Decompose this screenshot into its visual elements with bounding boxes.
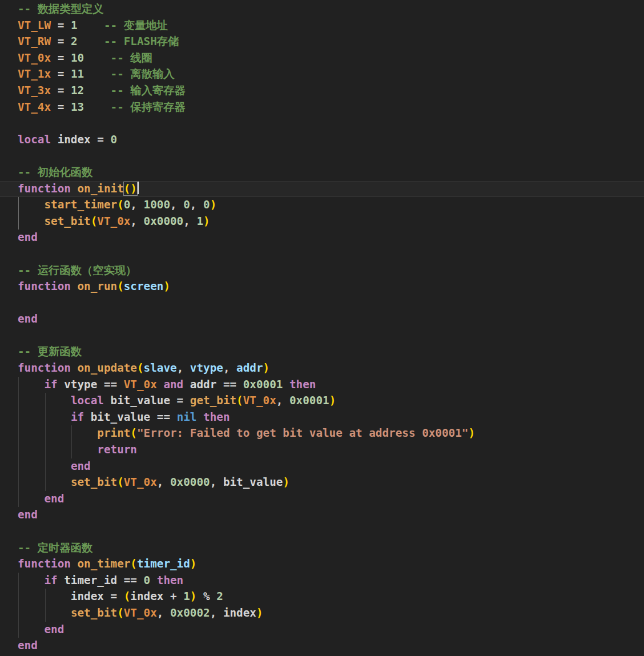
code-line[interactable]: end bbox=[0, 622, 644, 638]
code-token: on_timer bbox=[77, 557, 130, 570]
code-token: 11 bbox=[71, 67, 84, 81]
code-line[interactable] bbox=[0, 246, 644, 263]
code-token: local bbox=[18, 133, 51, 146]
code-token: , bbox=[130, 198, 143, 211]
code-token: ( bbox=[117, 606, 124, 619]
code-token: ) bbox=[163, 280, 170, 293]
code-line[interactable]: local bit_value = get_bit(VT_0x, 0x0001) bbox=[0, 393, 644, 409]
code-token: 0 bbox=[124, 198, 131, 211]
code-line[interactable]: function on_timer(timer_id) bbox=[0, 556, 644, 573]
code-token: , bbox=[177, 361, 190, 375]
code-line[interactable]: return bbox=[0, 442, 644, 458]
code-line[interactable]: VT_4x = 13 -- 保持寄存器 bbox=[0, 99, 644, 116]
code-token: VT_0x bbox=[97, 215, 130, 228]
code-token: ) bbox=[468, 426, 475, 440]
code-line-current[interactable]: function on_init() bbox=[0, 181, 644, 198]
code-line[interactable]: end bbox=[0, 491, 644, 508]
code-line[interactable]: if bit_value == nil then bbox=[0, 409, 644, 426]
code-token: -- 保持寄存器 bbox=[111, 100, 186, 114]
code-token: -- 输入寄存器 bbox=[111, 84, 186, 97]
code-line[interactable]: -- 初始化函数 bbox=[0, 164, 644, 181]
indent-guide bbox=[71, 442, 72, 458]
code-line[interactable]: end bbox=[0, 230, 644, 246]
code-token bbox=[18, 378, 44, 391]
code-line[interactable]: VT_1x = 11 -- 离散输入 bbox=[0, 66, 644, 83]
code-token: get_bit bbox=[190, 394, 236, 407]
bracket-match-highlight: () bbox=[124, 182, 137, 195]
code-line[interactable]: function on_run(screen) bbox=[0, 279, 644, 295]
code-token: VT_LW bbox=[18, 19, 51, 32]
code-token: ) bbox=[263, 361, 270, 375]
code-line[interactable] bbox=[0, 115, 644, 132]
code-token bbox=[18, 426, 97, 440]
code-line[interactable]: VT_3x = 12 -- 输入寄存器 bbox=[0, 83, 644, 99]
code-token bbox=[18, 492, 44, 505]
code-token: ) bbox=[190, 590, 197, 603]
code-token bbox=[18, 623, 44, 636]
code-token bbox=[18, 410, 71, 424]
code-token: bit_value == bbox=[84, 410, 177, 424]
code-token: ) bbox=[203, 215, 210, 228]
code-line[interactable]: index = (index + 1) % 2 bbox=[0, 589, 644, 605]
code-token bbox=[84, 100, 110, 114]
code-token: if bbox=[71, 410, 84, 424]
code-token: -- 初始化函数 bbox=[18, 166, 92, 179]
code-token: ( bbox=[117, 476, 124, 489]
code-line[interactable]: VT_LW = 1 -- 变量地址 bbox=[0, 18, 644, 34]
code-line[interactable]: local index = 0 bbox=[0, 132, 644, 148]
code-line[interactable]: if timer_id == 0 then bbox=[0, 573, 644, 589]
code-line[interactable]: VT_RW = 2 -- FLASH存储 bbox=[0, 34, 644, 50]
code-token: ( bbox=[137, 361, 144, 375]
code-line[interactable]: -- 更新函数 bbox=[0, 344, 644, 360]
indent-guide bbox=[45, 393, 46, 409]
code-token bbox=[18, 574, 44, 587]
code-token: timer_id bbox=[137, 557, 190, 570]
code-token: 1 bbox=[71, 19, 78, 32]
code-token: index = bbox=[18, 590, 124, 603]
code-line[interactable]: print("Error: Failed to get bit value at… bbox=[0, 425, 644, 442]
code-line[interactable]: function on_update(slave, vtype, addr) bbox=[0, 360, 644, 377]
code-line[interactable]: VT_0x = 10 -- 线圈 bbox=[0, 50, 644, 67]
code-token bbox=[71, 361, 78, 375]
code-line[interactable]: end bbox=[0, 638, 644, 654]
code-token: 0x0000 bbox=[170, 476, 210, 489]
code-token: VT_RW bbox=[18, 35, 51, 48]
code-token: then bbox=[157, 574, 183, 587]
code-line[interactable] bbox=[0, 328, 644, 344]
indent-guide bbox=[45, 474, 46, 491]
code-editor[interactable]: -- 数据类型定义VT_LW = 1 -- 变量地址VT_RW = 2 -- F… bbox=[0, 0, 644, 656]
code-token: = bbox=[51, 67, 71, 81]
code-line[interactable]: -- 数据类型定义 bbox=[0, 1, 644, 18]
code-line[interactable]: -- 运行函数（空实现） bbox=[0, 263, 644, 279]
code-token bbox=[71, 182, 78, 195]
code-token: 1 bbox=[196, 215, 203, 228]
code-token: ) bbox=[256, 606, 263, 619]
code-token: local bbox=[71, 394, 104, 407]
code-token: function bbox=[18, 361, 71, 375]
code-token: , index bbox=[210, 606, 256, 619]
code-line[interactable]: set_bit(VT_0x, 0x0002, index) bbox=[0, 605, 644, 622]
indent-guide bbox=[18, 622, 19, 638]
code-token: screen bbox=[124, 280, 164, 293]
code-line[interactable] bbox=[0, 148, 644, 164]
code-line[interactable]: end bbox=[0, 507, 644, 524]
code-line[interactable]: set_bit(VT_0x, 0x0000, 1) bbox=[0, 214, 644, 230]
code-line[interactable] bbox=[0, 295, 644, 312]
code-token: VT_3x bbox=[18, 84, 51, 97]
code-line[interactable]: start_timer(0, 1000, 0, 0) bbox=[0, 197, 644, 214]
code-line[interactable]: if vtype == VT_0x and addr == 0x0001 the… bbox=[0, 377, 644, 393]
code-line[interactable]: -- 定时器函数 bbox=[0, 540, 644, 557]
code-line[interactable]: end bbox=[0, 458, 644, 475]
code-line[interactable] bbox=[0, 524, 644, 540]
code-token: ) bbox=[190, 557, 197, 570]
code-token bbox=[71, 280, 78, 293]
indent-guide bbox=[45, 458, 46, 475]
code-token: -- FLASH存储 bbox=[104, 35, 179, 48]
code-token: on_init bbox=[77, 182, 123, 195]
code-line[interactable]: set_bit(VT_0x, 0x0000, bit_value) bbox=[0, 474, 644, 491]
code-line[interactable]: end bbox=[0, 311, 644, 328]
text-cursor bbox=[138, 182, 139, 194]
code-token: index = bbox=[51, 133, 110, 146]
indent-guide bbox=[18, 589, 19, 605]
code-token: function bbox=[18, 557, 71, 570]
